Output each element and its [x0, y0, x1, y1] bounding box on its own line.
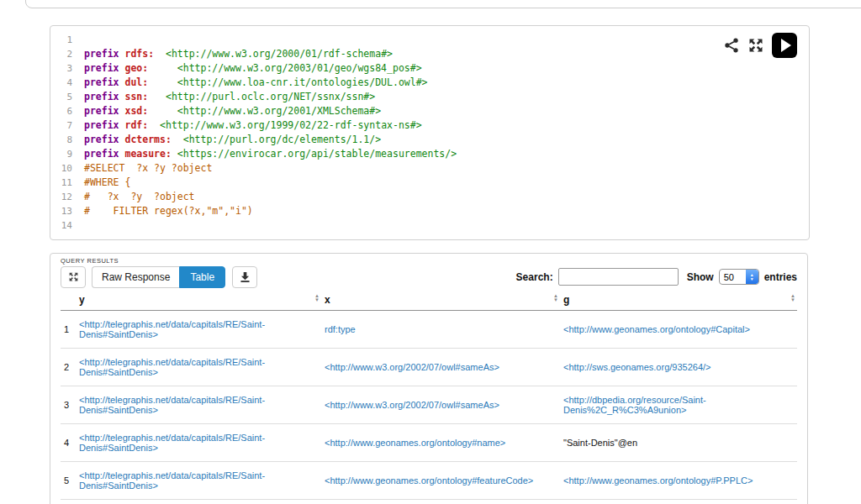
search-label: Search:: [516, 271, 553, 283]
cell-y: <http://telegraphis.net/data/capitals/RE…: [76, 462, 321, 500]
column-header-g[interactable]: g ▲▼: [560, 291, 797, 311]
uri-link[interactable]: <http://www.geonames.org/ontology#name>: [325, 438, 505, 448]
literal-value: "Saint-Denis"@en: [563, 438, 637, 448]
line-number: 14: [50, 218, 72, 233]
row-number: 2: [61, 349, 76, 386]
sparql-editor[interactable]: 1234567891011121314 prefix rdfs: <http:/…: [50, 25, 810, 240]
line-number: 2: [50, 47, 72, 61]
uri-link[interactable]: <http://telegraphis.net/data/capitals/RE…: [79, 433, 265, 453]
code-line: prefix measure: <https://envirocar.org/a…: [84, 147, 809, 161]
result-row: 1<http://telegraphis.net/data/capitals/R…: [61, 311, 797, 349]
code-line: [84, 218, 809, 233]
uri-link[interactable]: <http://telegraphis.net/data/capitals/RE…: [79, 470, 265, 491]
cell-y: <http://telegraphis.net/data/capitals/RE…: [76, 386, 321, 424]
query-results-panel: QUERY RESULTS Raw Response Table Search:…: [50, 253, 808, 504]
header-rownum: [61, 291, 76, 311]
line-number: 6: [50, 104, 72, 118]
show-label: Show: [687, 271, 714, 283]
cell-x: rdf:type: [321, 311, 560, 349]
uri-link[interactable]: <http://www.geonames.org/ontology#P.PPLC…: [563, 475, 753, 486]
column-header-y[interactable]: y ▲▼: [76, 291, 321, 311]
line-number: 4: [50, 76, 72, 90]
line-number: 1: [50, 33, 72, 47]
page-size-select[interactable]: 50 ▲▼: [719, 269, 759, 285]
line-number: 12: [50, 190, 72, 204]
code-line: prefix geo: <http://www.w3.org/2003/01/g…: [84, 61, 809, 76]
entries-label: entries: [764, 271, 797, 283]
cell-x: <http://www.w3.org/2002/07/owl#sameAs>: [321, 349, 560, 386]
line-number: 11: [50, 176, 72, 190]
code-line: #WHERE {: [84, 176, 809, 190]
results-tbody: 1<http://telegraphis.net/data/capitals/R…: [61, 311, 797, 504]
fullscreen-icon[interactable]: [747, 37, 764, 54]
cell-y: <http://telegraphis.net/data/capitals/RE…: [76, 424, 321, 462]
tab-table[interactable]: Table: [179, 266, 225, 288]
tab-raw-response[interactable]: Raw Response: [92, 266, 179, 288]
cell-x: [321, 500, 560, 504]
download-button[interactable]: [232, 266, 257, 288]
cell-x: <http://www.geonames.org/ontology#featur…: [321, 462, 560, 500]
uri-link[interactable]: <http://dbpedia.org/resource/Saint-Denis…: [563, 395, 706, 415]
row-number: 1: [61, 311, 76, 349]
download-arrow-icon: [240, 272, 250, 282]
cell-x: <http://www.geonames.org/ontology#name>: [321, 424, 560, 462]
line-number: 10: [50, 161, 72, 176]
uri-link[interactable]: rdf:type: [325, 324, 356, 334]
editor-code[interactable]: prefix rdfs: <http://www.w3.org/2000/01/…: [84, 26, 809, 233]
up-down-sort-icon: ▲▼: [314, 294, 320, 302]
uri-link[interactable]: <http://telegraphis.net/data/capitals/RE…: [79, 395, 265, 415]
uri-link[interactable]: <http://www.geonames.org/ontology#featur…: [325, 475, 533, 486]
code-line: prefix xsd: <http://www.w3.org/2001/XMLS…: [84, 104, 809, 118]
cell-g: <http://www.geonames.org/ontology#Capita…: [560, 311, 797, 349]
page: { "icons": { "share": "share-nodes-icon"…: [0, 0, 861, 504]
cell-x: <http://www.w3.org/2002/07/owl#sameAs>: [321, 386, 560, 424]
up-down-sort-icon: ▲▼: [790, 294, 795, 302]
uri-link[interactable]: <http://sws.geonames.org/935264/>: [563, 362, 711, 372]
cell-y: <http://telegraphis.net/data/capitals/RE…: [76, 349, 321, 386]
uri-link[interactable]: <http://www.geonames.org/ontology#Capita…: [563, 324, 750, 334]
line-number: 7: [50, 118, 72, 133]
expand-arrows-icon: [68, 271, 79, 282]
uri-link[interactable]: <http://telegraphis.net/data/capitals/RE…: [79, 319, 265, 339]
line-number: 5: [50, 90, 72, 104]
cell-g: <http://www.geonames.org/ontology#P.PPLC…: [560, 462, 797, 500]
result-row: 5<http://telegraphis.net/data/capitals/R…: [61, 462, 797, 500]
row-number: 4: [61, 424, 76, 462]
share-icon[interactable]: [723, 37, 740, 54]
code-line: [84, 33, 809, 47]
line-number: 9: [50, 147, 72, 161]
cell-y: <http://telegraphis.net/data/capitals/RE…: [76, 500, 321, 504]
cell-g: [560, 500, 797, 504]
code-line: #SELECT ?x ?y ?object: [84, 161, 809, 176]
up-down-stepper-icon: ▲▼: [746, 270, 758, 284]
cell-g: <http://sws.geonames.org/935264/>: [560, 349, 797, 386]
code-line: # FILTER regex(?x,"m","i"): [84, 204, 809, 218]
uri-link[interactable]: <http://telegraphis.net/data/capitals/RE…: [79, 357, 265, 377]
page-size-value: 50: [720, 272, 746, 282]
row-number: 6: [61, 500, 76, 504]
play-icon: [781, 39, 791, 52]
editor-gutter: 1234567891011121314: [50, 26, 81, 239]
code-line: prefix dul: <http://www.loa-cnr.it/ontol…: [84, 76, 809, 90]
code-line: prefix dcterms: <http://purl.org/dc/elem…: [84, 133, 809, 147]
table-header-row: y ▲▼ x ▲▼ g ▲▼: [61, 291, 797, 311]
run-query-button[interactable]: [772, 33, 797, 58]
column-header-x[interactable]: x ▲▼: [321, 291, 560, 311]
code-line: prefix rdfs: <http://www.w3.org/2000/01/…: [84, 47, 809, 61]
result-row: 2<http://telegraphis.net/data/capitals/R…: [61, 349, 797, 386]
line-number: 8: [50, 133, 72, 147]
uri-link[interactable]: <http://www.w3.org/2002/07/owl#sameAs>: [325, 362, 499, 372]
cell-y: <http://telegraphis.net/data/capitals/RE…: [76, 311, 321, 349]
result-row: 6<http://telegraphis.net/data/capitals/R…: [61, 500, 797, 504]
result-row: 3<http://telegraphis.net/data/capitals/R…: [61, 386, 797, 424]
uri-link[interactable]: <http://www.w3.org/2002/07/owl#sameAs>: [325, 400, 499, 410]
column-label: g: [563, 294, 569, 306]
results-toolbar: Raw Response Table Search: Show 50 ▲▼ en…: [61, 265, 797, 288]
code-line: prefix rdf: <http://www.w3.org/1999/02/2…: [84, 118, 809, 133]
cell-g: "Saint-Denis"@en: [560, 424, 797, 462]
results-panel-label: QUERY RESULTS: [61, 257, 119, 265]
results-fullscreen-button[interactable]: [61, 266, 86, 288]
search-input[interactable]: [558, 268, 679, 286]
column-label: x: [325, 294, 330, 306]
up-down-sort-icon: ▲▼: [553, 294, 558, 302]
